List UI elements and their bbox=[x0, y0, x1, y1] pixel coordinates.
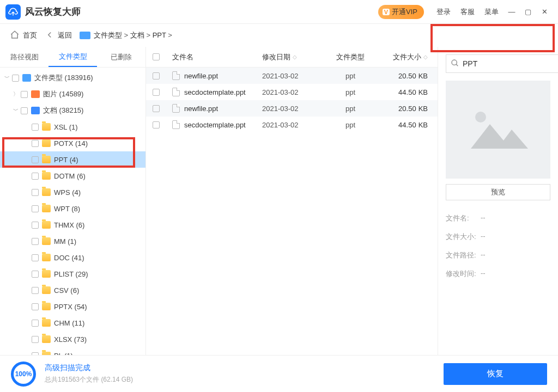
sidebar-tabs: 路径视图 文件类型 已删除 bbox=[0, 47, 145, 68]
file-date: 2021-03-02 bbox=[258, 121, 323, 129]
tree-root[interactable]: ﹀ 文件类型 (183916) bbox=[0, 70, 145, 86]
tree-folder[interactable]: PLIST (29) bbox=[0, 266, 145, 282]
col-type[interactable]: 文件类型 bbox=[323, 52, 378, 62]
back-button[interactable]: 返回 bbox=[45, 30, 72, 41]
tree-folder[interactable]: WPS (4) bbox=[0, 184, 145, 200]
search-bar: 搜索 bbox=[446, 54, 550, 73]
checkbox[interactable] bbox=[21, 91, 28, 98]
table-row[interactable]: secdoctemplate.ppt2021-03-02ppt44.50KB bbox=[146, 117, 438, 133]
tree-folder[interactable]: CSV (6) bbox=[0, 282, 145, 298]
tab-file-type[interactable]: 文件类型 bbox=[48, 47, 97, 67]
home-button[interactable]: 首页 bbox=[10, 30, 37, 41]
tree-folder[interactable]: CHM (11) bbox=[0, 315, 145, 331]
tree: ﹀ 文件类型 (183916) 〉 图片 (14589) ﹀ 文档 (38215… bbox=[0, 68, 145, 355]
login-link[interactable]: 登录 bbox=[436, 7, 451, 17]
folder-icon bbox=[42, 205, 51, 212]
col-date[interactable]: 修改日期◇ bbox=[258, 52, 323, 62]
progress-ring: 100% bbox=[11, 362, 36, 387]
minimize-icon[interactable]: — bbox=[507, 7, 517, 17]
meta-date-label: 修改时间: bbox=[446, 269, 481, 279]
table-header: 文件名 修改日期◇ 文件类型 文件大小◇ bbox=[146, 47, 438, 68]
tree-folder[interactable]: DOC (41) bbox=[0, 249, 145, 266]
tab-deleted[interactable]: 已删除 bbox=[97, 47, 145, 67]
preview-button[interactable]: 预览 bbox=[446, 184, 550, 200]
file-date: 2021-03-02 bbox=[258, 72, 323, 80]
tree-folder[interactable]: PPT (4) bbox=[0, 151, 145, 168]
tree-docs[interactable]: ﹀ 文档 (38215) bbox=[0, 102, 145, 119]
file-size-unit: KB bbox=[418, 121, 428, 129]
checkbox[interactable] bbox=[32, 140, 39, 147]
support-link[interactable]: 客服 bbox=[460, 7, 475, 17]
file-icon bbox=[172, 120, 180, 129]
folder-icon bbox=[42, 188, 51, 196]
folder-icon bbox=[42, 237, 51, 245]
checkbox[interactable] bbox=[153, 121, 160, 128]
right-panel: 搜索 预览 文件名:-- 文件大小:-- 文件路径:-- 修改时间:-- bbox=[438, 47, 558, 355]
maximize-icon[interactable]: ▢ bbox=[523, 7, 533, 17]
vip-button[interactable]: V 开通VIP bbox=[378, 5, 424, 19]
checkbox[interactable] bbox=[153, 89, 160, 96]
chevron-down-icon[interactable]: ﹀ bbox=[12, 107, 20, 114]
tree-folder[interactable]: WPT (8) bbox=[0, 200, 145, 217]
tree-folder[interactable]: PL (1) bbox=[0, 347, 145, 355]
tree-folder[interactable]: MM (1) bbox=[0, 233, 145, 249]
tree-folder[interactable]: POTX (14) bbox=[0, 135, 145, 151]
file-icon bbox=[172, 71, 180, 80]
meta-date-value: -- bbox=[481, 269, 486, 279]
tree-folder[interactable]: XSL (1) bbox=[0, 119, 145, 135]
checkbox[interactable] bbox=[153, 105, 160, 112]
tree-folder[interactable]: DOTM (6) bbox=[0, 168, 145, 184]
preview-area bbox=[446, 81, 550, 179]
chevron-right-icon[interactable]: 〉 bbox=[12, 90, 20, 98]
scan-summary: 总共191563个文件 (62.14 GB) bbox=[45, 375, 133, 384]
table-row[interactable]: secdoctemplate.ppt2021-03-02ppt44.50KB bbox=[146, 84, 438, 100]
checkbox[interactable] bbox=[32, 287, 39, 294]
checkbox[interactable] bbox=[32, 336, 39, 343]
checkbox[interactable] bbox=[32, 271, 39, 278]
checkbox[interactable] bbox=[32, 124, 39, 131]
recover-button[interactable]: 恢复 bbox=[444, 363, 547, 385]
checkbox[interactable] bbox=[32, 320, 39, 327]
chevron-down-icon[interactable]: ﹀ bbox=[3, 74, 11, 82]
search-icon bbox=[451, 59, 459, 69]
tree-images[interactable]: 〉 图片 (14589) bbox=[0, 86, 145, 102]
checkbox[interactable] bbox=[32, 238, 39, 245]
tree-folder[interactable]: THMX (6) bbox=[0, 217, 145, 233]
col-size[interactable]: 文件大小◇ bbox=[378, 52, 438, 62]
close-icon[interactable]: ✕ bbox=[539, 7, 549, 17]
folder-icon bbox=[42, 156, 51, 163]
checkbox[interactable] bbox=[12, 75, 19, 82]
file-type: ppt bbox=[323, 88, 378, 96]
col-name[interactable]: 文件名 bbox=[168, 52, 258, 62]
document-category-icon bbox=[31, 107, 40, 114]
folder-icon bbox=[42, 139, 51, 147]
meta-size-value: -- bbox=[481, 232, 486, 242]
file-icon bbox=[172, 88, 180, 96]
toolbar: 首页 返回 文件类型 > 文档 > PPT > bbox=[0, 24, 558, 47]
table-row[interactable]: newfile.ppt2021-03-02ppt20.50KB bbox=[146, 68, 438, 84]
checkbox[interactable] bbox=[21, 107, 28, 114]
checkbox[interactable] bbox=[32, 189, 39, 196]
folder-icon bbox=[42, 254, 51, 261]
checkbox[interactable] bbox=[32, 222, 39, 229]
breadcrumb[interactable]: 文件类型 > 文档 > PPT > bbox=[80, 30, 172, 40]
tree-folder[interactable]: XLSX (73) bbox=[0, 331, 145, 347]
meta-name-label: 文件名: bbox=[446, 213, 481, 223]
checkbox[interactable] bbox=[32, 254, 39, 261]
checkbox-all[interactable] bbox=[153, 53, 160, 60]
search-input[interactable] bbox=[463, 59, 558, 68]
checkbox[interactable] bbox=[153, 72, 160, 79]
checkbox[interactable] bbox=[32, 303, 39, 310]
menu-link[interactable]: 菜单 bbox=[484, 7, 499, 17]
checkbox[interactable] bbox=[32, 173, 39, 180]
disk-icon bbox=[22, 74, 31, 82]
checkbox[interactable] bbox=[32, 156, 39, 163]
sort-icon: ◇ bbox=[293, 54, 297, 60]
checkbox[interactable] bbox=[32, 205, 39, 212]
tree-folder[interactable]: PPTX (54) bbox=[0, 298, 145, 315]
tab-path-view[interactable]: 路径视图 bbox=[0, 47, 48, 67]
table-row[interactable]: newfile.ppt2021-03-02ppt20.50KB bbox=[146, 100, 438, 117]
file-size: 44.50 bbox=[398, 121, 416, 129]
file-size-unit: KB bbox=[418, 105, 428, 113]
file-date: 2021-03-02 bbox=[258, 88, 323, 96]
